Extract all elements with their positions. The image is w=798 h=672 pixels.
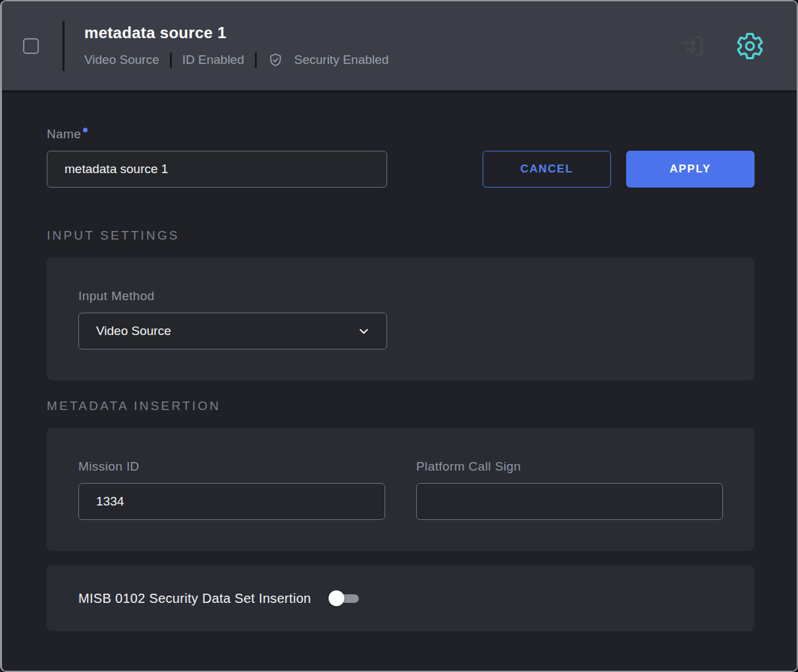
input-settings-card: Input Method Video Source: [47, 257, 755, 380]
misb-toggle-label: MISB 0102 Security Data Set Insertion: [78, 591, 311, 606]
shield-check-icon: [267, 52, 284, 68]
platform-call-sign-input[interactable]: [416, 483, 723, 520]
platform-call-sign-label: Platform Call Sign: [416, 459, 521, 474]
header-titles: metadata source 1 Video Source ID Enable…: [84, 24, 388, 68]
import-arrows-icon[interactable]: [679, 32, 707, 60]
section-title-metadata-insertion: METADATA INSERTION: [47, 399, 755, 413]
cancel-button[interactable]: CANCEL: [483, 151, 611, 188]
subtitle-separator: [170, 53, 172, 68]
header-divider: [63, 21, 65, 71]
section-title-input-settings: INPUT SETTINGS: [47, 228, 755, 243]
input-method-value: Video Source: [96, 324, 171, 338]
name-input[interactable]: [47, 151, 387, 188]
badge-video-source: Video Source: [84, 53, 159, 67]
name-label: Name: [47, 127, 81, 142]
input-method-select[interactable]: Video Source: [78, 313, 387, 349]
apply-button[interactable]: APPLY: [626, 151, 755, 188]
mission-id-input[interactable]: [78, 483, 385, 520]
subtitle-separator: [255, 53, 257, 68]
metadata-insertion-card: Mission ID Platform Call Sign: [47, 428, 755, 551]
mission-id-label: Mission ID: [78, 459, 140, 474]
gear-icon[interactable]: [735, 31, 765, 61]
metadata-source-panel: metadata source 1 Video Source ID Enable…: [0, 0, 798, 672]
panel-header: metadata source 1 Video Source ID Enable…: [2, 1, 797, 93]
mission-id-field-group: Mission ID: [78, 459, 385, 520]
required-dot: [83, 128, 88, 132]
misb-toggle-card: MISB 0102 Security Data Set Insertion: [47, 565, 755, 631]
badge-security-enabled: Security Enabled: [294, 53, 389, 67]
header-subtitle: Video Source ID Enabled Security Enabled: [84, 52, 388, 68]
panel-body: Name CANCEL APPLY INPUT SETTINGS Input M…: [2, 93, 797, 671]
name-field-group: Name: [47, 127, 387, 188]
header-actions: [679, 31, 765, 61]
badge-id-enabled: ID Enabled: [182, 53, 244, 67]
input-method-label: Input Method: [78, 289, 155, 303]
select-checkbox[interactable]: [23, 38, 39, 54]
input-method-field-group: Input Method Video Source: [78, 289, 387, 349]
chevron-down-icon: [357, 324, 371, 338]
toggle-knob: [329, 590, 344, 606]
platform-call-sign-field-group: Platform Call Sign: [416, 459, 723, 520]
name-actions-row: Name CANCEL APPLY: [47, 127, 755, 188]
page-title: metadata source 1: [84, 24, 388, 42]
form-actions: CANCEL APPLY: [483, 151, 755, 188]
misb-toggle[interactable]: [329, 590, 359, 606]
